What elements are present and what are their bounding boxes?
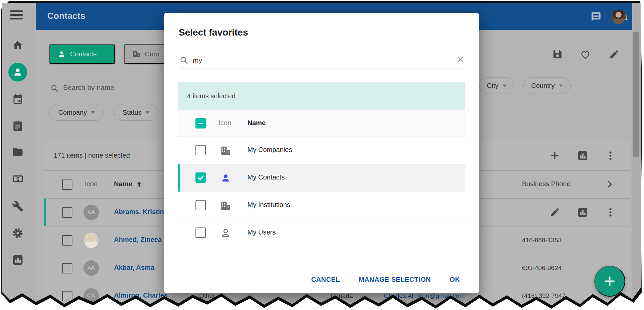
avatar-photo bbox=[83, 232, 99, 248]
row-checkbox[interactable] bbox=[62, 207, 72, 218]
select-all-checkbox[interactable] bbox=[62, 179, 72, 190]
settings-gear-icon[interactable] bbox=[12, 227, 23, 239]
business-phone-value: (416) 392-7947 bbox=[522, 292, 566, 300]
filter-chip-country[interactable]: Country bbox=[523, 77, 571, 94]
selection-banner-text: 4 items selected bbox=[187, 92, 236, 100]
filter-chip-company[interactable]: Company bbox=[49, 104, 104, 121]
add-icon[interactable] bbox=[549, 150, 560, 161]
calendar-icon[interactable] bbox=[12, 93, 23, 105]
contact-person-icon bbox=[220, 172, 231, 184]
chip-label: Status bbox=[123, 109, 142, 116]
item-checkbox[interactable] bbox=[195, 145, 206, 155]
user-avatar[interactable] bbox=[611, 9, 626, 24]
edit-pencil-icon[interactable] bbox=[549, 207, 560, 218]
chevron-right-icon[interactable] bbox=[604, 179, 615, 190]
dialog-search-field[interactable] bbox=[179, 53, 463, 68]
clipboard-icon[interactable] bbox=[12, 120, 23, 132]
column-header-business-phone[interactable]: Business Phone bbox=[522, 180, 571, 188]
select-all-checkbox-indeterminate[interactable] bbox=[195, 118, 206, 128]
companies-toggle-label: Com bbox=[145, 50, 159, 58]
column-header-name-label: Name bbox=[114, 180, 132, 188]
clear-search-icon[interactable] bbox=[453, 54, 463, 64]
list-item-my-users[interactable]: My Users bbox=[178, 219, 465, 247]
item-label: My Institutions bbox=[247, 201, 290, 209]
item-checkbox-checked[interactable] bbox=[195, 172, 206, 183]
search-by-name-field[interactable] bbox=[50, 81, 166, 96]
contact-name-link[interactable]: Akbar, Asma bbox=[114, 264, 154, 271]
column-header-name: Name bbox=[247, 119, 266, 127]
contacts-toggle-button[interactable]: Contacts bbox=[49, 44, 115, 64]
item-checkbox[interactable] bbox=[195, 200, 206, 210]
favorites-header-row: Icon Name bbox=[178, 110, 465, 137]
cancel-button[interactable]: CANCEL bbox=[309, 274, 342, 285]
contact-name-link[interactable]: Almiron, Charles bbox=[114, 292, 168, 299]
business-phone-value: 416-888-1353 bbox=[522, 237, 562, 244]
column-header-name[interactable]: Name bbox=[114, 180, 143, 188]
search-icon bbox=[50, 84, 59, 93]
screenshot-page: $ Contacts bbox=[0, 0, 644, 310]
page-title: Contacts bbox=[47, 11, 85, 21]
sidebar-item-contacts[interactable] bbox=[8, 63, 27, 82]
more-options-icon[interactable] bbox=[605, 207, 616, 218]
selection-summary: 171 items | none selected bbox=[54, 152, 130, 159]
item-checkbox[interactable] bbox=[195, 227, 206, 238]
list-item-my-institutions[interactable]: My Institutions bbox=[178, 192, 465, 219]
row-selected-indicator bbox=[44, 199, 46, 226]
column-header-icon: Icon bbox=[85, 180, 98, 188]
sort-ascending-arrow-icon bbox=[135, 180, 143, 188]
row-checkbox[interactable] bbox=[62, 263, 72, 273]
more-options-icon[interactable] bbox=[605, 150, 616, 161]
list-item-my-companies[interactable]: My Companies bbox=[178, 137, 465, 164]
manage-selection-button[interactable]: MANAGE SELECTION bbox=[357, 274, 433, 285]
list-item-my-contacts[interactable]: My Contacts bbox=[178, 164, 465, 192]
company-building-icon bbox=[132, 50, 141, 58]
ok-button[interactable]: OK bbox=[448, 274, 462, 285]
chat-icon[interactable] bbox=[591, 11, 601, 22]
column-header-icon: Icon bbox=[219, 119, 231, 127]
user-outline-icon bbox=[220, 227, 231, 239]
app-window: $ Contacts bbox=[2, 3, 641, 309]
scrollbar-thumb[interactable] bbox=[633, 32, 639, 157]
dialog-title: Select favorites bbox=[179, 27, 248, 38]
selection-banner: 4 items selected bbox=[178, 82, 465, 110]
chevron-down-icon bbox=[145, 111, 150, 114]
person-icon bbox=[12, 66, 23, 78]
sidebar: $ bbox=[2, 3, 36, 309]
favorites-list: Icon Name bbox=[178, 110, 465, 247]
chip-label: Country bbox=[531, 82, 554, 90]
item-label: My Companies bbox=[247, 146, 292, 154]
edit-pencil-icon[interactable] bbox=[609, 49, 620, 60]
dialog-actions: CANCEL MANAGE SELECTION OK bbox=[309, 274, 462, 285]
company-building-icon bbox=[220, 145, 231, 156]
favorites-heart-icon[interactable] bbox=[580, 49, 591, 60]
add-contact-fab[interactable] bbox=[594, 266, 625, 297]
contact-name-link[interactable]: Abrams, Kristin bbox=[114, 208, 164, 216]
row-checkbox[interactable] bbox=[62, 291, 72, 301]
wrench-icon[interactable] bbox=[12, 201, 23, 212]
contact-name-link[interactable]: Ahmed, Zineea bbox=[114, 236, 162, 244]
plus-icon bbox=[602, 274, 617, 289]
search-input[interactable] bbox=[62, 83, 161, 92]
filter-chip-city[interactable]: City bbox=[479, 77, 514, 94]
checkmark-icon bbox=[196, 173, 205, 182]
home-icon[interactable] bbox=[12, 40, 23, 51]
folder-icon[interactable] bbox=[12, 146, 23, 158]
business-phone-value: 603-406-9624 bbox=[522, 264, 562, 272]
hamburger-menu-icon[interactable] bbox=[10, 10, 23, 20]
vertical-scrollbar[interactable] bbox=[632, 3, 640, 308]
contacts-toggle-label: Contacts bbox=[70, 50, 97, 58]
billing-icon[interactable]: $ bbox=[12, 173, 23, 185]
column-chart-icon[interactable] bbox=[577, 150, 588, 161]
column-chart-icon[interactable] bbox=[577, 207, 588, 218]
dialog-search-input[interactable] bbox=[192, 56, 442, 65]
avatar: KA bbox=[83, 205, 99, 220]
search-icon bbox=[179, 56, 189, 65]
chip-label: City bbox=[487, 82, 498, 90]
save-view-icon[interactable] bbox=[552, 49, 563, 60]
institution-building-icon bbox=[220, 200, 231, 211]
filter-chip-status[interactable]: Status bbox=[114, 104, 158, 121]
reports-chart-icon[interactable] bbox=[12, 254, 23, 266]
item-label: My Users bbox=[247, 228, 276, 236]
row-checkbox[interactable] bbox=[62, 235, 72, 246]
svg-text:$: $ bbox=[16, 176, 19, 182]
